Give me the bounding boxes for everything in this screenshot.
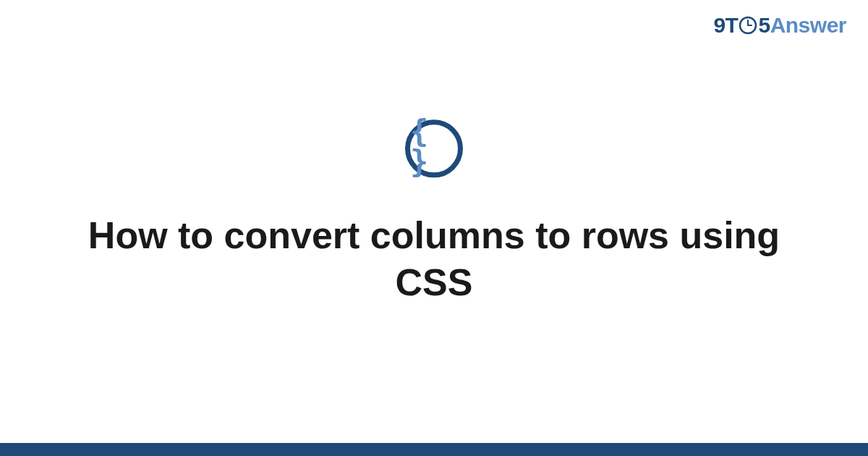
logo-clock-icon <box>739 16 757 35</box>
main-content: { } How to convert columns to rows using… <box>0 119 868 306</box>
site-logo[interactable]: 9T 5 Answer <box>713 13 846 38</box>
logo-text-9t: 9T <box>713 13 738 38</box>
category-icon-circle: { } <box>405 119 463 177</box>
logo-text-5: 5 <box>758 13 770 38</box>
logo-text-answer: Answer <box>770 13 846 38</box>
footer-accent-bar <box>0 443 868 456</box>
page-title: How to convert columns to rows using CSS <box>72 212 796 306</box>
code-braces-icon: { } <box>410 117 458 177</box>
site-header: 9T 5 Answer <box>713 13 846 38</box>
